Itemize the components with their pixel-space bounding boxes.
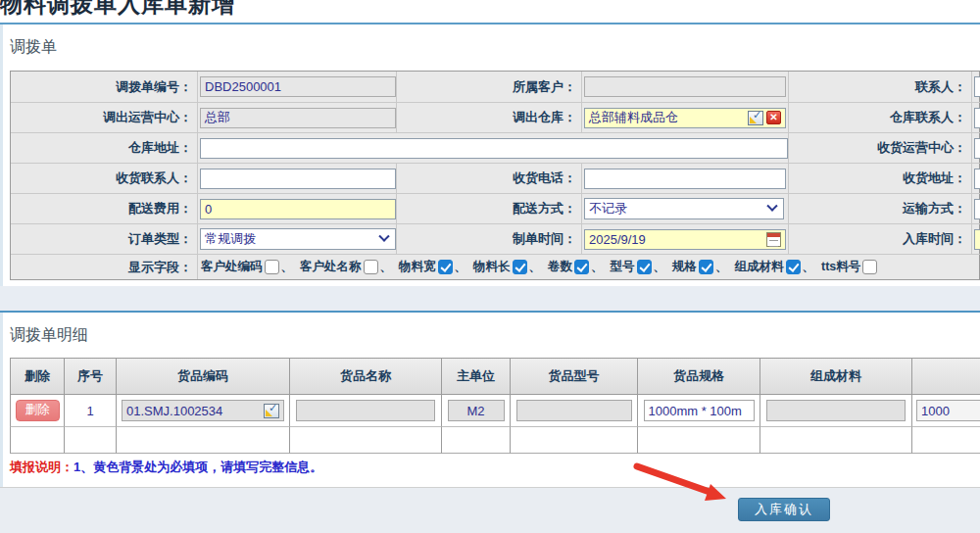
transfer-detail-table: 删除 序号 货品编码 货品名称 主单位 货品型号 货品规格 组成材料 物料宽 删…: [10, 358, 980, 454]
warehouse-address-field[interactable]: [200, 138, 788, 159]
checkbox-label: 客户处名称: [300, 259, 362, 275]
row-code-cell: 01.SMJ.1002534: [116, 395, 289, 427]
checkbox-label: 规格: [672, 259, 697, 275]
material-width-field[interactable]: 1000: [916, 400, 980, 421]
empty-cell: [289, 427, 441, 454]
out-center-label: 调出运营中心：: [11, 102, 197, 132]
checkbox-group: 卷数 、: [548, 259, 611, 275]
col-header-code: 货品编码: [116, 358, 289, 395]
delivery-method-value: 不记录: [589, 200, 627, 218]
row-spec-cell: 1000mm * 100m: [637, 395, 760, 427]
chevron-down-icon: [766, 201, 777, 212]
empty-cell: [116, 427, 289, 454]
order-type-label: 订单类型：: [11, 223, 197, 254]
checkbox-spec[interactable]: [699, 260, 713, 274]
customer-field[interactable]: [584, 76, 786, 97]
out-center-field[interactable]: 总部: [200, 108, 396, 128]
receive-phone-field[interactable]: [584, 169, 786, 189]
fill-instruction-label: 填报说明：: [10, 460, 74, 474]
receive-contact-field[interactable]: [200, 169, 396, 189]
goods-code-field[interactable]: 01.SMJ.1002534: [122, 400, 284, 421]
warehouse-contact-label: 仓库联系人：: [788, 102, 971, 132]
col-header-spec: 货品规格: [637, 358, 760, 395]
delivery-method-select[interactable]: 不记录: [584, 198, 784, 219]
separator: 、: [380, 259, 393, 275]
col-header-model: 货品型号: [510, 358, 637, 395]
transfer-no-field[interactable]: DBD2500001: [200, 76, 396, 97]
goods-model-field[interactable]: [516, 400, 632, 421]
checkbox-model[interactable]: [637, 260, 652, 274]
composition-field[interactable]: [766, 400, 906, 421]
order-type-select[interactable]: 常规调拨: [200, 228, 396, 250]
col-header-name: 货品名称: [289, 358, 441, 395]
checkbox-tts-no[interactable]: [862, 260, 877, 274]
empty-cell: [510, 427, 637, 454]
separator: 、: [803, 259, 815, 275]
separator: 、: [654, 259, 666, 275]
create-time-field[interactable]: 2025/9/19: [584, 229, 786, 250]
create-time-value: 2025/9/19: [589, 232, 646, 247]
warehouse-contact-field[interactable]: [974, 108, 980, 128]
warehouse-picker-icon[interactable]: [748, 111, 763, 125]
out-warehouse-value: 总部辅料成品仓: [589, 109, 678, 126]
checkbox-customer-code[interactable]: [265, 260, 279, 274]
checkbox-material-length[interactable]: [513, 260, 527, 274]
checkbox-group: 组成材料 、: [735, 259, 822, 275]
table-row: 删除: [10, 395, 64, 427]
section-title-transfer-order: 调拨单: [10, 37, 57, 58]
empty-cell: [637, 427, 760, 454]
inbound-time-label: 入库时间：: [788, 223, 971, 254]
transport-method-field[interactable]: [974, 199, 980, 219]
checkbox-label: 型号: [611, 259, 635, 275]
col-header-delete: 删除: [10, 358, 64, 395]
row-width-cell: 1000: [911, 395, 980, 427]
transfer-order-form: 调拨单编号： DBD2500001 所属客户： 联系人： 调出运营中心： 总部 …: [10, 71, 980, 280]
receive-address-label: 收货地址：: [788, 163, 971, 193]
calendar-icon[interactable]: [766, 232, 781, 247]
transport-method-label: 运输方式：: [788, 193, 971, 223]
separator: 、: [715, 259, 728, 275]
contact-field[interactable]: [974, 76, 980, 97]
checkbox-group: 型号 、: [611, 259, 673, 275]
col-header-width: 物料宽: [911, 358, 980, 395]
empty-cell: [10, 427, 64, 454]
checkbox-label: 客户处编码: [201, 259, 263, 275]
receive-contact-label: 收货联系人：: [11, 163, 197, 193]
checkbox-composition[interactable]: [786, 260, 801, 274]
checkbox-material-width[interactable]: [438, 260, 453, 274]
col-header-unit: 主单位: [441, 358, 510, 395]
inbound-time-field[interactable]: [974, 229, 980, 250]
goods-picker-icon[interactable]: [264, 404, 279, 418]
col-header-seq: 序号: [64, 358, 116, 395]
separator: 、: [591, 259, 604, 275]
checkbox-group: 物料宽 、: [399, 259, 473, 275]
checkbox-group: 物料长 、: [473, 259, 548, 275]
empty-cell: [760, 427, 911, 454]
checkbox-customer-name[interactable]: [364, 260, 378, 274]
receive-center-field[interactable]: [974, 138, 980, 159]
delivery-fee-field[interactable]: 0: [200, 199, 396, 219]
section-title-transfer-detail: 调拨单明细: [10, 325, 88, 346]
row-name-cell: [289, 395, 441, 427]
panel-left-border: [0, 24, 3, 487]
receive-address-field[interactable]: [974, 169, 980, 189]
out-warehouse-field[interactable]: 总部辅料成品仓 ✕: [584, 108, 786, 128]
order-type-value: 常规调拨: [205, 230, 256, 248]
display-fields-group: 客户处编码 、 客户处名称 、 物料宽 、 物料长 、 卷数 、 型号 、 规格…: [197, 254, 980, 279]
separator: 、: [455, 259, 467, 275]
row-unit-cell: M2: [441, 395, 510, 427]
delete-row-button[interactable]: 删除: [16, 400, 60, 421]
goods-spec-field[interactable]: 1000mm * 100m: [644, 400, 755, 421]
inbound-confirm-button[interactable]: 入库确认: [738, 498, 830, 521]
checkbox-group: 规格 、: [672, 259, 735, 275]
main-unit-field[interactable]: M2: [448, 400, 505, 421]
empty-cell: [64, 427, 116, 454]
goods-name-field[interactable]: [296, 400, 435, 421]
warehouse-clear-icon[interactable]: ✕: [766, 111, 781, 124]
checkbox-roll-count[interactable]: [574, 260, 589, 274]
checkbox-label: 组成材料: [735, 259, 784, 275]
fill-instruction: 填报说明：1、黄色背景处为必填项，请填写完整信息。: [10, 459, 322, 476]
receive-center-label: 收货运营中心：: [788, 132, 971, 163]
checkbox-label: 卷数: [548, 259, 572, 275]
checkbox-group: 客户处编码 、: [201, 259, 300, 275]
